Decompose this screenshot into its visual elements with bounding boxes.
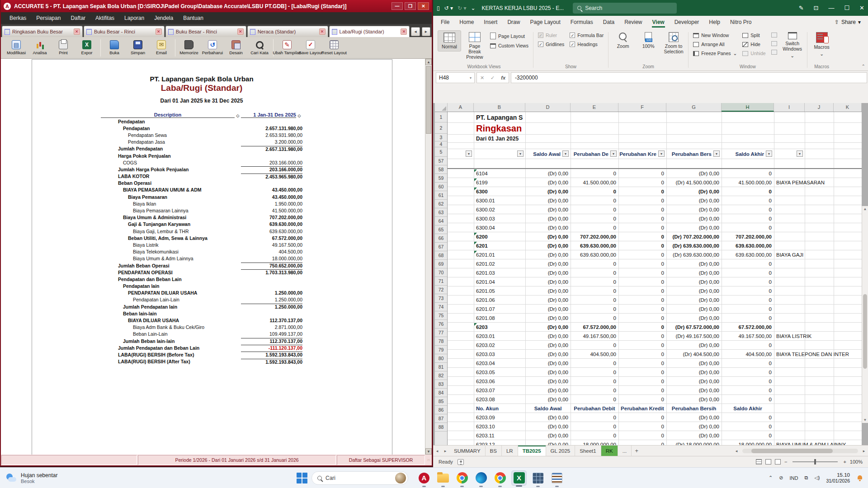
row-header-87[interactable]: 87 xyxy=(435,414,447,423)
search-highlight-image[interactable] xyxy=(395,473,406,483)
cell-G[interactable]: (Dr) 639.630.000,00 xyxy=(666,250,722,259)
cell-D[interactable]: (Dr) 0,00 xyxy=(525,431,571,440)
cell-F[interactable]: 0 xyxy=(618,440,666,445)
cell-E[interactable]: 0 xyxy=(571,169,618,178)
scroll-down-icon[interactable]: ▼ xyxy=(862,417,868,423)
row-header-57[interactable]: 57 xyxy=(435,157,447,165)
name-box[interactable]: H48▾ xyxy=(436,72,475,83)
excel-search-box[interactable]: Search xyxy=(573,3,677,14)
cell-F[interactable]: Perubahan Kredit xyxy=(618,404,666,413)
sheet-tab-sheet1[interactable]: Sheet1 xyxy=(575,446,601,456)
cell-E[interactable]: 0 xyxy=(571,341,618,349)
undo-icon[interactable]: ↺ ▾ xyxy=(444,5,453,11)
cell-H[interactable]: 0 xyxy=(722,277,774,286)
row-header-76[interactable]: 76 xyxy=(435,320,447,328)
cell-B[interactable]: Ringkasan xyxy=(474,123,540,134)
cell-E[interactable]: 0 xyxy=(571,223,618,232)
cell-F[interactable]: 0 xyxy=(618,169,666,178)
cell-D[interactable]: (Dr) 0,00 xyxy=(525,440,571,445)
cell-D[interactable]: (Dr) 0,00 xyxy=(525,359,571,367)
cell-D[interactable]: (Dr) 0,00 xyxy=(525,422,571,431)
cell-B[interactable]: PT. Lapangan S xyxy=(474,112,526,122)
cell-F[interactable]: 0 xyxy=(618,332,666,340)
cell-E[interactable]: 0 xyxy=(571,296,618,304)
new-sheet-button[interactable]: + xyxy=(632,446,642,456)
cell-H[interactable]: Saldo Akhir xyxy=(722,404,774,413)
cell-B[interactable]: 6203.07 xyxy=(474,386,525,394)
cell-G[interactable]: (Dr) 18.000.000,00 xyxy=(666,440,722,445)
row-header-66[interactable]: 66 xyxy=(435,234,447,243)
taskbar-clock[interactable]: 15.10 31/01/2026 xyxy=(826,472,850,484)
ribbon-tab-file[interactable]: File xyxy=(436,17,454,28)
cell-G[interactable]: (Dr) 0,00 xyxy=(666,196,722,205)
cell-H[interactable]: 0 xyxy=(722,305,774,313)
ribbon-tab-help[interactable]: Help xyxy=(704,17,725,28)
menu-item-laporan[interactable]: Laporan xyxy=(120,14,148,23)
synchronous-scrolling-icon[interactable] xyxy=(769,40,779,47)
taskbar-app-excel[interactable]: X xyxy=(511,470,527,486)
row-header-62[interactable]: 62 xyxy=(435,200,447,208)
ribbon-tab-data[interactable]: Data xyxy=(598,17,619,28)
cell-H[interactable]: 18.000.000,00 xyxy=(722,440,774,445)
cell-B[interactable]: 6203.01 xyxy=(474,332,525,340)
row-header-64[interactable]: 64 xyxy=(435,217,447,225)
ribbon-tab-nitro-pro[interactable]: Nitro Pro xyxy=(725,17,756,28)
cell-B[interactable]: 6201.05 xyxy=(474,286,525,295)
view-side-by-side-icon[interactable] xyxy=(769,31,779,39)
cell-G[interactable]: (Dr) 0,00 xyxy=(666,187,722,196)
row-header-67[interactable]: 67 xyxy=(435,243,447,251)
cell-F[interactable]: 0 xyxy=(618,296,666,304)
row-header-81[interactable]: 81 xyxy=(435,363,447,371)
switch-windows-button[interactable]: Switch Windows⌄ xyxy=(781,30,804,60)
column-header-I[interactable]: I xyxy=(774,103,805,112)
cell-D[interactable]: (Dr) 0,00 xyxy=(525,196,571,205)
cell-B[interactable]: 6300 xyxy=(474,187,525,196)
taskbar-app-list[interactable] xyxy=(549,470,565,486)
cell-B[interactable]: 6201.02 xyxy=(474,259,525,268)
ribbon-tab-insert[interactable]: Insert xyxy=(479,17,502,28)
cell-D[interactable]: (Dr) 0,00 xyxy=(525,395,571,404)
ribbon-tab-review[interactable]: Review xyxy=(619,17,647,28)
taskbar-app-chrome[interactable] xyxy=(454,470,470,486)
display-icon[interactable]: ⧉ xyxy=(804,475,808,481)
cell-H[interactable]: 0 xyxy=(722,205,774,214)
scroll-up-icon[interactable]: ▲ xyxy=(862,206,868,212)
cell-I[interactable]: BIAYA UMUM & ADM LAINNY xyxy=(774,440,862,445)
menu-item-jendela[interactable]: Jendela xyxy=(150,14,177,23)
cell-H[interactable]: 0 xyxy=(722,368,774,376)
cell-E[interactable]: 0 xyxy=(571,259,618,268)
cell-F[interactable]: 0 xyxy=(618,286,666,295)
page-break-view-icon[interactable] xyxy=(775,459,781,465)
zoom-in-icon[interactable]: + xyxy=(843,459,846,465)
cell-F[interactable]: 0 xyxy=(618,250,666,259)
menu-item-daftar[interactable]: Daftar xyxy=(66,14,90,23)
ribbon-options-icon[interactable]: ⊡ xyxy=(814,5,819,11)
cell-H[interactable]: 41.500.000,00 xyxy=(722,178,774,187)
column-header-E[interactable]: E xyxy=(571,103,618,112)
cell-E[interactable]: 0 xyxy=(571,368,618,376)
cell-G[interactable]: Perubahan Bersih xyxy=(666,404,722,413)
cell-H[interactable]: 0 xyxy=(722,359,774,367)
row-header-85[interactable]: 85 xyxy=(435,397,447,406)
cell-E[interactable]: 0 xyxy=(571,422,618,431)
hscroll-left-icon[interactable]: ◂ xyxy=(732,449,741,453)
row-header-59[interactable]: 59 xyxy=(435,174,447,183)
cell-B[interactable]: 6203 xyxy=(474,323,525,331)
document-tab-laba-rugi-standar[interactable]: Laba/Rugi (Standar)✕ xyxy=(329,26,410,37)
cell-G[interactable]: (Dr) 0,00 xyxy=(666,386,722,394)
cell-H[interactable]: 0 xyxy=(722,314,774,322)
unhide-button[interactable]: Unhide xyxy=(741,49,767,57)
cell-D[interactable]: (Dr) 0,00 xyxy=(525,178,571,187)
cell-F[interactable]: 0 xyxy=(618,205,666,214)
custom-views-button[interactable]: Custom Views xyxy=(488,42,530,50)
cell-G[interactable]: (Dr) 0,00 xyxy=(666,169,722,178)
page-break-preview-button[interactable]: Page Break Preview xyxy=(463,30,486,61)
cell-B[interactable]: 6203.03 xyxy=(474,350,525,358)
row-header-73[interactable]: 73 xyxy=(435,294,447,303)
cell-E[interactable]: 0 xyxy=(571,286,618,295)
freeze-panes-button[interactable]: Freeze Panes⌄ xyxy=(691,49,739,57)
menu-item-berkas[interactable]: Berkas xyxy=(5,14,30,23)
scroll-up-icon[interactable]: ▲ xyxy=(425,59,432,65)
row-header-63[interactable]: 63 xyxy=(435,208,447,217)
sheet-tab-lr[interactable]: LR xyxy=(502,446,518,456)
